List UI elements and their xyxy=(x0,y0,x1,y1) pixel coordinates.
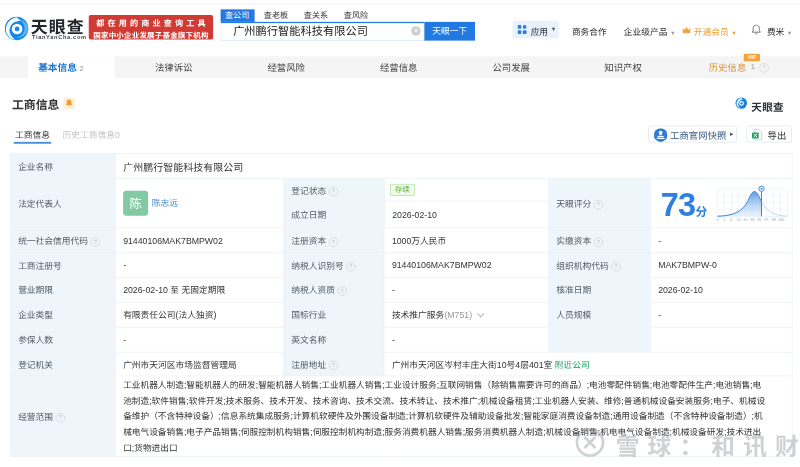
svg-text:100: 100 xyxy=(778,218,784,222)
svg-text:95: 95 xyxy=(757,218,761,222)
svg-text:50: 50 xyxy=(743,218,747,222)
svg-text:5: 5 xyxy=(730,218,732,222)
svg-text:1: 1 xyxy=(723,218,725,222)
svg-text:0: 0 xyxy=(716,218,718,222)
svg-text:99: 99 xyxy=(772,218,776,222)
svg-text:15: 15 xyxy=(737,218,741,222)
svg-text:97: 97 xyxy=(764,218,768,222)
svg-text:85: 85 xyxy=(750,218,754,222)
